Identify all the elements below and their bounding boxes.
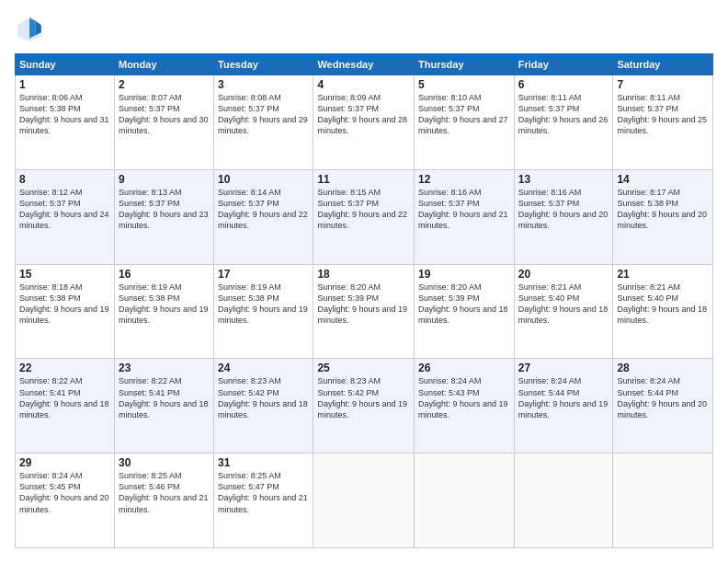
col-header-monday: Monday [114, 54, 213, 75]
day-cell: 24 Sunrise: 8:23 AM Sunset: 5:42 PM Dayl… [214, 359, 313, 454]
day-cell: 25 Sunrise: 8:23 AM Sunset: 5:42 PM Dayl… [313, 359, 415, 454]
day-detail: Sunrise: 8:25 AM Sunset: 5:46 PM Dayligh… [119, 470, 210, 515]
day-number: 21 [617, 268, 709, 281]
day-detail: Sunrise: 8:24 AM Sunset: 5:44 PM Dayligh… [617, 375, 709, 420]
day-number: 6 [518, 78, 609, 91]
day-cell: 4 Sunrise: 8:09 AM Sunset: 5:37 PM Dayli… [313, 75, 415, 170]
day-number: 29 [19, 456, 110, 469]
day-detail: Sunrise: 8:20 AM Sunset: 5:39 PM Dayligh… [418, 282, 510, 327]
calendar-table: SundayMondayTuesdayWednesdayThursdayFrid… [15, 53, 713, 548]
day-number: 23 [119, 362, 210, 374]
svg-marker-2 [29, 17, 35, 38]
week-row-4: 22 Sunrise: 8:22 AM Sunset: 5:41 PM Dayl… [16, 359, 713, 454]
day-number: 28 [617, 362, 709, 374]
day-number: 20 [518, 268, 609, 281]
day-cell [313, 454, 415, 548]
day-number: 25 [317, 362, 410, 374]
day-detail: Sunrise: 8:23 AM Sunset: 5:42 PM Dayligh… [218, 375, 309, 420]
day-number: 5 [418, 78, 510, 91]
day-number: 8 [19, 173, 110, 186]
day-cell: 21 Sunrise: 8:21 AM Sunset: 5:40 PM Dayl… [613, 264, 713, 359]
day-cell: 26 Sunrise: 8:24 AM Sunset: 5:43 PM Dayl… [415, 359, 515, 454]
day-cell: 11 Sunrise: 8:15 AM Sunset: 5:37 PM Dayl… [313, 169, 415, 264]
week-row-2: 8 Sunrise: 8:12 AM Sunset: 5:37 PM Dayli… [16, 169, 713, 264]
day-number: 27 [518, 362, 609, 374]
day-number: 22 [19, 362, 110, 374]
logo-icon [15, 15, 44, 44]
day-detail: Sunrise: 8:23 AM Sunset: 5:42 PM Dayligh… [317, 375, 410, 420]
day-detail: Sunrise: 8:12 AM Sunset: 5:37 PM Dayligh… [19, 187, 110, 232]
day-cell: 7 Sunrise: 8:11 AM Sunset: 5:37 PM Dayli… [613, 75, 713, 170]
logo [15, 15, 48, 44]
day-detail: Sunrise: 8:07 AM Sunset: 5:37 PM Dayligh… [119, 92, 210, 137]
day-detail: Sunrise: 8:11 AM Sunset: 5:37 PM Dayligh… [617, 92, 709, 137]
day-cell: 19 Sunrise: 8:20 AM Sunset: 5:39 PM Dayl… [415, 264, 515, 359]
day-number: 14 [617, 173, 709, 186]
day-detail: Sunrise: 8:06 AM Sunset: 5:38 PM Dayligh… [19, 92, 110, 137]
day-number: 18 [317, 268, 410, 281]
day-cell: 27 Sunrise: 8:24 AM Sunset: 5:44 PM Dayl… [514, 359, 613, 454]
day-cell: 18 Sunrise: 8:20 AM Sunset: 5:39 PM Dayl… [313, 264, 415, 359]
day-number: 15 [19, 268, 110, 281]
day-number: 11 [317, 173, 410, 186]
day-cell: 14 Sunrise: 8:17 AM Sunset: 5:38 PM Dayl… [613, 169, 713, 264]
day-detail: Sunrise: 8:14 AM Sunset: 5:37 PM Dayligh… [218, 187, 309, 232]
day-detail: Sunrise: 8:20 AM Sunset: 5:39 PM Dayligh… [317, 282, 410, 327]
day-number: 19 [418, 268, 510, 281]
day-cell: 29 Sunrise: 8:24 AM Sunset: 5:45 PM Dayl… [16, 454, 115, 548]
col-header-friday: Friday [514, 54, 613, 75]
day-cell [415, 454, 515, 548]
day-detail: Sunrise: 8:24 AM Sunset: 5:43 PM Dayligh… [418, 375, 510, 420]
day-number: 17 [218, 268, 309, 281]
day-detail: Sunrise: 8:11 AM Sunset: 5:37 PM Dayligh… [518, 92, 609, 137]
day-detail: Sunrise: 8:13 AM Sunset: 5:37 PM Dayligh… [119, 187, 210, 232]
day-cell: 28 Sunrise: 8:24 AM Sunset: 5:44 PM Dayl… [613, 359, 713, 454]
header [15, 15, 713, 44]
col-header-thursday: Thursday [415, 54, 515, 75]
week-row-3: 15 Sunrise: 8:18 AM Sunset: 5:38 PM Dayl… [16, 264, 713, 359]
day-cell: 12 Sunrise: 8:16 AM Sunset: 5:37 PM Dayl… [415, 169, 515, 264]
week-row-5: 29 Sunrise: 8:24 AM Sunset: 5:45 PM Dayl… [16, 454, 713, 548]
day-number: 30 [119, 456, 210, 469]
day-cell [514, 454, 613, 548]
day-number: 16 [119, 268, 210, 281]
day-number: 2 [119, 78, 210, 91]
day-cell: 15 Sunrise: 8:18 AM Sunset: 5:38 PM Dayl… [16, 264, 115, 359]
header-row: SundayMondayTuesdayWednesdayThursdayFrid… [16, 54, 713, 75]
day-number: 10 [218, 173, 309, 186]
day-detail: Sunrise: 8:22 AM Sunset: 5:41 PM Dayligh… [19, 375, 110, 420]
day-detail: Sunrise: 8:21 AM Sunset: 5:40 PM Dayligh… [617, 282, 709, 327]
day-number: 31 [218, 456, 309, 469]
day-cell: 6 Sunrise: 8:11 AM Sunset: 5:37 PM Dayli… [514, 75, 613, 170]
week-row-1: 1 Sunrise: 8:06 AM Sunset: 5:38 PM Dayli… [16, 75, 713, 170]
day-detail: Sunrise: 8:18 AM Sunset: 5:38 PM Dayligh… [19, 282, 110, 327]
day-detail: Sunrise: 8:16 AM Sunset: 5:37 PM Dayligh… [518, 187, 609, 232]
col-header-sunday: Sunday [16, 54, 115, 75]
day-number: 9 [119, 173, 210, 186]
day-cell: 16 Sunrise: 8:19 AM Sunset: 5:38 PM Dayl… [114, 264, 213, 359]
day-cell: 3 Sunrise: 8:08 AM Sunset: 5:37 PM Dayli… [214, 75, 313, 170]
day-detail: Sunrise: 8:16 AM Sunset: 5:37 PM Dayligh… [418, 187, 510, 232]
day-detail: Sunrise: 8:25 AM Sunset: 5:47 PM Dayligh… [218, 470, 309, 515]
day-cell: 10 Sunrise: 8:14 AM Sunset: 5:37 PM Dayl… [214, 169, 313, 264]
day-number: 7 [617, 78, 709, 91]
day-detail: Sunrise: 8:24 AM Sunset: 5:45 PM Dayligh… [19, 470, 110, 515]
day-cell: 17 Sunrise: 8:19 AM Sunset: 5:38 PM Dayl… [214, 264, 313, 359]
day-detail: Sunrise: 8:09 AM Sunset: 5:37 PM Dayligh… [317, 92, 410, 137]
day-cell: 9 Sunrise: 8:13 AM Sunset: 5:37 PM Dayli… [114, 169, 213, 264]
day-cell: 31 Sunrise: 8:25 AM Sunset: 5:47 PM Dayl… [214, 454, 313, 548]
day-cell: 30 Sunrise: 8:25 AM Sunset: 5:46 PM Dayl… [114, 454, 213, 548]
day-detail: Sunrise: 8:10 AM Sunset: 5:37 PM Dayligh… [418, 92, 510, 137]
day-detail: Sunrise: 8:08 AM Sunset: 5:37 PM Dayligh… [218, 92, 309, 137]
day-number: 4 [317, 78, 410, 91]
day-cell: 5 Sunrise: 8:10 AM Sunset: 5:37 PM Dayli… [415, 75, 515, 170]
page: SundayMondayTuesdayWednesdayThursdayFrid… [0, 0, 728, 563]
day-cell: 2 Sunrise: 8:07 AM Sunset: 5:37 PM Dayli… [114, 75, 213, 170]
col-header-tuesday: Tuesday [214, 54, 313, 75]
day-detail: Sunrise: 8:15 AM Sunset: 5:37 PM Dayligh… [317, 187, 410, 232]
day-number: 1 [19, 78, 110, 91]
day-cell: 23 Sunrise: 8:22 AM Sunset: 5:41 PM Dayl… [114, 359, 213, 454]
day-cell: 8 Sunrise: 8:12 AM Sunset: 5:37 PM Dayli… [16, 169, 115, 264]
day-detail: Sunrise: 8:21 AM Sunset: 5:40 PM Dayligh… [518, 282, 609, 327]
day-detail: Sunrise: 8:19 AM Sunset: 5:38 PM Dayligh… [119, 282, 210, 327]
